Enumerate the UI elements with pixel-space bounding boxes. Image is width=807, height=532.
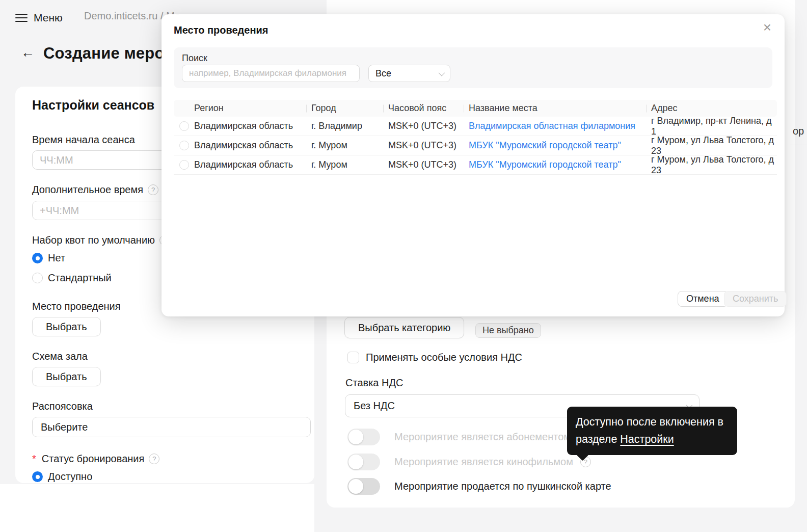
quota-option-none[interactable]: Нет [32, 252, 65, 264]
session-settings-title: Настройки сеансов [32, 98, 154, 113]
tooltip-settings-link[interactable]: Настройки [620, 433, 674, 445]
tooltip-line2: разделе [576, 433, 620, 445]
radio-icon[interactable] [32, 273, 43, 283]
search-panel: Поиск Все [174, 47, 772, 88]
venue-modal: Место проведения × Поиск Все Регион Горо… [162, 14, 785, 316]
help-icon[interactable]: ? [149, 454, 159, 464]
modal-title: Место проведения [174, 24, 268, 36]
filter-select[interactable]: Все [368, 65, 450, 82]
search-label: Поиск [182, 53, 207, 64]
radio-selected-icon[interactable] [32, 471, 43, 482]
menu-label: Меню [34, 12, 63, 24]
save-button-disabled[interactable]: Сохранить [724, 291, 787, 307]
vat-special-checkbox-row[interactable]: Применять особые условия НДС [347, 352, 522, 363]
table-row[interactable]: Владимирская область г. Муром MSK+0 (UTC… [174, 136, 777, 155]
row-radio-icon[interactable] [179, 160, 189, 170]
vat-rate-value: Без НДС [354, 400, 395, 412]
table-row[interactable]: Владимирская область г. Владимир MSK+0 (… [174, 117, 777, 136]
col-header-region: Регион [194, 103, 311, 114]
booking-option-available[interactable]: Доступно [32, 471, 92, 483]
venue-link[interactable]: МБУК "Муромский городской театр" [469, 159, 621, 170]
menu-button[interactable]: Меню [15, 12, 63, 24]
clipped-text-fragment: ор [793, 125, 804, 137]
hall-scheme-label: Схема зала [32, 351, 88, 362]
toggle-pushkin-label: Мероприятие продается по пушкинской карт… [394, 481, 611, 492]
quota-option-standard[interactable]: Стандартный [32, 272, 112, 284]
close-icon[interactable]: × [763, 20, 771, 35]
venue-link[interactable]: Владимирская областная филармония [469, 121, 635, 131]
toggle-off-icon[interactable] [347, 454, 380, 470]
zoning-select-value: Выберите [41, 421, 88, 433]
venue-table-header: Регион Город Часовой пояс Название места… [174, 100, 777, 117]
help-icon[interactable]: ? [148, 184, 158, 195]
start-time-label: Время начала сеанса [32, 134, 135, 146]
toggle-row-pushkin-card: Мероприятие продается по пушкинской карт… [347, 478, 611, 495]
col-header-timezone: Часовой пояс [388, 103, 469, 114]
venue-select-button[interactable]: Выбрать [32, 317, 101, 336]
required-asterisk: * [32, 453, 36, 465]
category-status-badge: Не выбрано [475, 323, 541, 338]
row-radio-icon[interactable] [179, 141, 189, 150]
tooltip: Доступно после включения в разделе Настр… [567, 407, 737, 455]
clipped-divider [790, 145, 807, 145]
table-row[interactable]: Владимирская область г. Муром MSK+0 (UTC… [174, 155, 777, 175]
search-input[interactable] [182, 65, 360, 82]
radio-selected-icon[interactable] [32, 253, 43, 263]
quota-label: Набор квот по умолчанию ? [32, 234, 170, 246]
cancel-button[interactable]: Отмена [678, 291, 728, 307]
venue-table: Регион Город Часовой пояс Название места… [174, 100, 777, 175]
breadcrumb-site[interactable]: Demo.inticets.ru [84, 10, 158, 21]
zoning-select[interactable]: Выберите [32, 417, 311, 437]
extra-time-label: Дополнительное время ? [32, 184, 158, 196]
select-category-button[interactable]: Выбрать категорию [344, 317, 464, 338]
venue-link[interactable]: МБУК "Муромский городской театр" [469, 140, 621, 150]
booking-status-label: * Статус бронирования ? [32, 453, 159, 465]
toggle-row-subscription: Мероприятие является абонементом [347, 429, 571, 445]
row-radio-icon[interactable] [179, 121, 189, 131]
filter-select-value: Все [375, 68, 391, 79]
back-arrow-icon[interactable]: ← [21, 46, 35, 60]
tooltip-line1: Доступно после включения в [576, 416, 723, 428]
vat-rate-label: Ставка НДС [345, 377, 403, 389]
col-header-name: Название места [469, 103, 651, 114]
toggle-row-movie: Мероприятие является кинофильмом ? [347, 454, 591, 470]
hall-scheme-select-button[interactable]: Выбрать [32, 367, 101, 386]
checkbox-icon[interactable] [347, 352, 359, 363]
venue-label: Место проведения [32, 301, 121, 312]
zoning-label: Распоясовка [32, 401, 93, 412]
bottom-footer-panel [0, 484, 314, 532]
hamburger-icon [15, 14, 28, 22]
toggle-off-icon[interactable] [347, 429, 380, 445]
chevron-down-icon [439, 69, 445, 76]
vat-special-label: Применять особые условия НДС [366, 352, 522, 363]
toggle-subscription-label: Мероприятие является абонементом [394, 431, 571, 443]
toggle-movie-label: Мероприятие является кинофильмом [394, 456, 573, 468]
col-header-address: Адрес [651, 103, 777, 114]
toggle-off-icon[interactable] [347, 478, 380, 495]
col-header-city: Город [311, 103, 388, 114]
